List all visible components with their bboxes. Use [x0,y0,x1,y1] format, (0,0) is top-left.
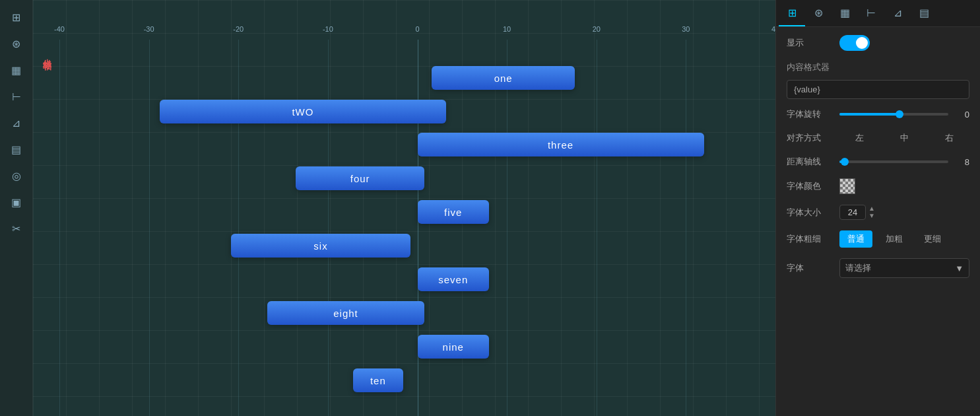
bar-seven[interactable]: seven [418,267,490,291]
color-content [839,178,969,194]
bar-tWO[interactable]: tWO [160,100,446,123]
axis-label: 坐标轴 [41,52,53,55]
nodes-icon[interactable]: ⊛ [5,32,28,55]
chart-area: 坐标轴 -40-30-20-10010203040onetWOthreefour… [33,0,775,416]
bar-nine[interactable]: nine [418,335,490,359]
color-label: 字体颜色 [787,180,839,192]
size-row: 字体大小 24 ▲ ▼ [787,205,969,220]
right-panel: ⊞ ⊛ ▦ ⊢ ⊿ ▤ 显示 内容格式器 字体旋转 0 [775,0,980,416]
tab-table[interactable]: ▤ [911,0,937,26]
rotation-slider-track[interactable] [839,113,948,116]
weight-normal-btn[interactable]: 普通 [839,230,872,248]
weight-content: 普通 加粗 更细 [839,230,969,248]
pattern-icon[interactable]: ▦ [5,58,28,82]
show-row: 显示 [787,35,969,51]
size-content: 24 ▲ ▼ [839,205,969,220]
distance-value: 8 [954,157,969,167]
grid-container: -40-30-20-10010203040onetWOthreefourfive… [59,40,775,416]
target-icon[interactable]: ◎ [5,164,28,188]
align-right-btn[interactable]: 右 [930,131,969,145]
bar-ten[interactable]: ten [353,368,403,392]
bar-four[interactable]: four [296,166,424,190]
size-stepper: 24 ▲ ▼ [839,205,875,220]
chart-icon[interactable]: ⊿ [5,111,28,135]
align-label: 对齐方式 [787,132,839,144]
font-row: 字体 请选择 ▼ [787,258,969,278]
rotation-row: 字体旋转 0 [787,108,969,120]
size-value[interactable]: 24 [839,205,866,220]
left-sidebar: ⊞ ⊛ ▦ ⊢ ⊿ ▤ ◎ ▣ ✂ [0,0,33,416]
table-icon[interactable]: ▤ [5,137,28,161]
distance-content: 8 [839,157,969,167]
formatter-input[interactable] [787,80,969,99]
weight-thin-btn[interactable]: 更细 [916,230,949,248]
size-label: 字体大小 [787,207,839,219]
tab-layers[interactable]: ⊞ [779,0,805,26]
rotation-label: 字体旋转 [787,108,839,120]
size-arrows: ▲ ▼ [868,205,875,219]
bar-one[interactable]: one [432,66,575,90]
tab-axis[interactable]: ⊢ [858,0,884,26]
size-up-arrow[interactable]: ▲ [868,205,875,212]
axis-icon[interactable]: ⊢ [5,85,28,108]
distance-row: 距离轴线 8 [787,156,969,168]
bar-six[interactable]: six [231,234,410,258]
align-content: 左 中 右 [839,131,969,145]
bar-eight[interactable]: eight [267,301,425,325]
scissors-icon[interactable]: ✂ [5,217,28,240]
rotation-content: 0 [839,110,969,120]
font-dropdown-icon: ▼ [955,263,964,273]
layers-icon[interactable]: ⊞ [5,5,28,29]
bar-five[interactable]: five [418,200,490,224]
show-label: 显示 [787,37,839,49]
align-center-btn[interactable]: 中 [884,131,924,145]
show-content [839,35,969,51]
font-label: 字体 [787,262,839,274]
font-content: 请选择 ▼ [839,258,969,278]
font-placeholder: 请选择 [845,262,871,274]
bar-three[interactable]: three [418,133,704,156]
panel-content: 显示 内容格式器 字体旋转 0 对齐方式 左 [776,27,980,416]
rotation-value: 0 [954,110,969,120]
show-toggle[interactable] [839,35,870,51]
distance-label: 距离轴线 [787,156,839,168]
formatter-label: 内容格式器 [787,61,969,73]
color-row: 字体颜色 [787,178,969,194]
tab-pattern[interactable]: ▦ [832,0,858,26]
color-swatch[interactable] [839,178,855,194]
weight-bold-btn[interactable]: 加粗 [878,230,911,248]
size-down-arrow[interactable]: ▼ [868,213,875,219]
weight-row: 字体粗细 普通 加粗 更细 [787,230,969,248]
message-icon[interactable]: ▣ [5,190,28,214]
panel-tabs: ⊞ ⊛ ▦ ⊢ ⊿ ▤ [776,0,980,27]
tab-nodes[interactable]: ⊛ [805,0,832,26]
tab-chart[interactable]: ⊿ [884,0,911,26]
font-select[interactable]: 请选择 ▼ [839,258,969,278]
weight-label: 字体粗细 [787,233,839,245]
align-left-btn[interactable]: 左 [839,131,879,145]
align-row: 对齐方式 左 中 右 [787,131,969,145]
distance-slider-track[interactable] [839,160,948,163]
